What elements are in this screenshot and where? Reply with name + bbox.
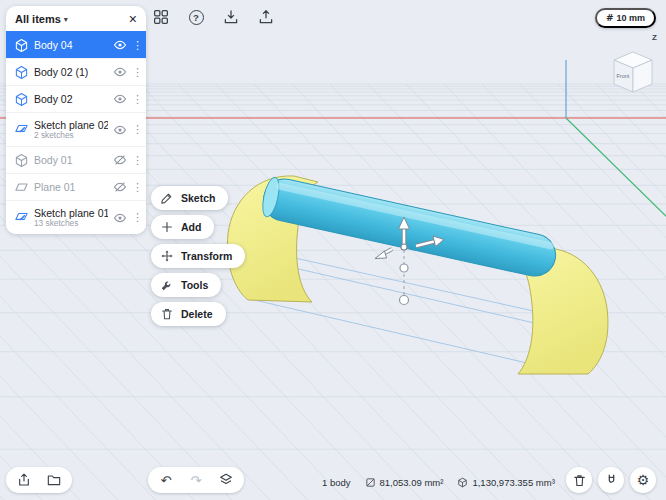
body-icon (14, 153, 29, 168)
body-icon (14, 65, 29, 80)
item-label: Body 02 (1) (34, 66, 108, 78)
row-options-icon[interactable]: ⋮ (132, 154, 139, 167)
share-icon[interactable] (13, 469, 35, 491)
eye-icon[interactable] (113, 38, 127, 52)
body-icon (14, 92, 29, 107)
menu-item-tools[interactable]: Tools (151, 273, 221, 297)
apps-grid-icon[interactable] (151, 7, 171, 27)
gizmo-handle-ring[interactable] (400, 264, 408, 272)
trash-button[interactable] (566, 467, 592, 493)
snap-button[interactable] (598, 467, 624, 493)
menu-item-label: Sketch (181, 192, 215, 204)
context-menu: Sketch Add Transform Tools Delete (151, 186, 245, 326)
surface-area-stat: 81,053.09 mm² (365, 477, 444, 488)
pencil-icon (160, 191, 174, 205)
help-icon[interactable]: ? (186, 7, 206, 27)
item-sublabel: 2 sketches (34, 131, 108, 141)
grid-size-value: 10 mm (616, 13, 645, 23)
menu-item-label: Delete (181, 308, 213, 320)
import-icon[interactable] (221, 7, 241, 27)
settings-button[interactable]: ⚙ (630, 467, 656, 493)
sketch-plane-icon (14, 210, 29, 225)
gizmo-handle-ring-bottom[interactable] (400, 296, 409, 305)
app-window: All items ▾ × Body 04 ⋮ Body 02 (1) ⋮ (0, 0, 666, 500)
menu-item-add[interactable]: Add (151, 215, 214, 239)
gizmo-arrow-left[interactable] (375, 251, 387, 259)
export-icon[interactable] (256, 7, 276, 27)
selection-count-value: 1 body (322, 477, 351, 488)
redo-icon[interactable]: ↷ (185, 469, 207, 491)
layers-icon[interactable] (215, 469, 237, 491)
sketch-plane-icon (14, 122, 29, 137)
row-options-icon[interactable]: ⋮ (132, 123, 139, 136)
list-item-body-04[interactable]: Body 04 ⋮ (6, 31, 146, 58)
selection-count: 1 body (322, 477, 351, 488)
view-cube-front-label: Front (617, 73, 630, 79)
row-options-icon[interactable]: ⋮ (132, 39, 139, 52)
eye-icon[interactable] (113, 123, 127, 137)
wrench-icon (160, 278, 174, 292)
magnet-icon (604, 473, 619, 488)
list-item-body-02[interactable]: Body 02 ⋮ (6, 85, 146, 112)
gear-icon: ⚙ (637, 473, 650, 487)
menu-item-label: Tools (181, 279, 208, 291)
menu-item-label: Transform (181, 250, 232, 262)
plane-icon (14, 180, 29, 195)
eye-off-icon[interactable] (113, 153, 127, 167)
top-toolbar: ? (151, 7, 276, 27)
items-panel: All items ▾ × Body 04 ⋮ Body 02 (1) ⋮ (6, 6, 146, 234)
row-options-icon[interactable]: ⋮ (132, 66, 139, 79)
item-label: Body 04 (34, 39, 108, 51)
row-options-icon[interactable]: ⋮ (132, 181, 139, 194)
gizmo-center[interactable] (401, 244, 407, 250)
area-icon (365, 477, 376, 488)
close-icon[interactable]: × (129, 12, 137, 26)
item-label: Sketch plane 01 (34, 207, 108, 219)
item-sublabel: 13 sketches (34, 219, 108, 229)
list-item-plane-01[interactable]: Plane 01 ⋮ (6, 173, 146, 200)
item-label: Sketch plane 02 (34, 119, 108, 131)
body-cylinder-selected[interactable] (260, 175, 560, 280)
view-cube[interactable]: Front (606, 46, 660, 100)
surface-area-value: 81,053.09 mm² (380, 477, 444, 488)
volume-icon (457, 477, 468, 488)
list-item-body-02-1[interactable]: Body 02 (1) ⋮ (6, 58, 146, 85)
eye-icon[interactable] (113, 211, 127, 225)
grid-symbol: # (606, 13, 614, 23)
move-arrows-icon (160, 249, 174, 263)
folder-icon[interactable] (43, 469, 65, 491)
eye-off-icon[interactable] (113, 180, 127, 194)
axis-z-label: Z (652, 33, 657, 42)
chevron-down-icon[interactable]: ▾ (64, 15, 68, 24)
undo-icon[interactable]: ↶ (155, 469, 177, 491)
list-item-sketch-plane-02[interactable]: Sketch plane 02 2 sketches ⋮ (6, 112, 146, 146)
item-label: Body 02 (34, 93, 108, 105)
plus-icon (160, 220, 174, 234)
list-item-sketch-plane-01[interactable]: Sketch plane 01 13 sketches ⋮ (6, 200, 146, 234)
menu-item-sketch[interactable]: Sketch (151, 186, 228, 210)
help-glyph: ? (193, 12, 199, 23)
volume-value: 1,130,973.355 mm³ (472, 477, 554, 488)
items-panel-header: All items ▾ × (6, 6, 146, 31)
list-item-body-01[interactable]: Body 01 ⋮ (6, 146, 146, 173)
panel-title: All items (15, 13, 61, 25)
file-actions-bar (6, 467, 72, 493)
item-label: Plane 01 (34, 181, 108, 193)
history-bar: ↶ ↷ (148, 467, 244, 493)
row-options-icon[interactable]: ⋮ (132, 93, 139, 106)
grid-size-badge[interactable]: # 10 mm (595, 8, 656, 28)
body-icon (14, 38, 29, 53)
volume-stat: 1,130,973.355 mm³ (457, 477, 554, 488)
eye-icon[interactable] (113, 92, 127, 106)
item-label: Body 01 (34, 154, 108, 166)
model-stats: 1 body 81,053.09 mm² 1,130,973.355 mm³ (322, 477, 555, 488)
menu-item-label: Add (181, 221, 201, 233)
menu-item-delete[interactable]: Delete (151, 302, 226, 326)
row-options-icon[interactable]: ⋮ (132, 211, 139, 224)
trash-icon (572, 473, 587, 488)
menu-item-transform[interactable]: Transform (151, 244, 245, 268)
trash-icon (160, 307, 174, 321)
eye-icon[interactable] (113, 65, 127, 79)
